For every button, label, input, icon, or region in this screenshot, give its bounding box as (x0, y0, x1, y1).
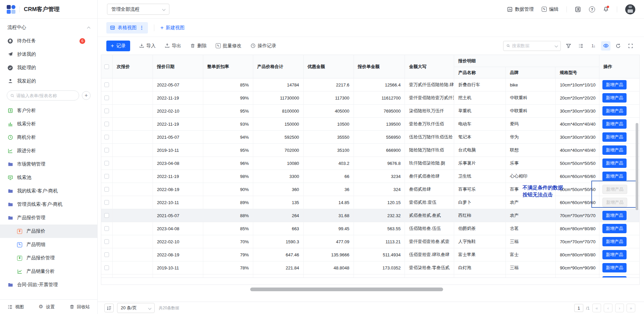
sidebar-item-2[interactable]: 商机分析 (0, 131, 97, 144)
cell-amount-caps: 壹佰贰拾.壹伍 (405, 196, 454, 209)
add-product-button[interactable]: 新增产品 (602, 224, 627, 233)
header-brand: 品牌 (506, 67, 556, 78)
batch-edit-button[interactable]: ✎ 批量修改 (216, 43, 241, 49)
add-product-button[interactable]: 新增产品 (602, 132, 627, 142)
cell-spec: 20cm*20cm*20/20 (556, 91, 599, 104)
sidebar-search-input[interactable] (16, 93, 75, 98)
row-checkbox[interactable] (104, 265, 109, 270)
notifications-button[interactable] (603, 6, 609, 12)
table-search-input[interactable] (512, 43, 553, 48)
help-button[interactable]: ? (589, 6, 595, 12)
divider (567, 6, 567, 12)
sidebar-item-12[interactable]: 产品销量分析 (0, 265, 97, 278)
row-checkbox[interactable] (104, 148, 109, 152)
first-page-button[interactable]: « (592, 304, 601, 312)
sort-button[interactable]: 1↓ (589, 41, 598, 51)
check-circle-icon (7, 65, 13, 71)
row-checkbox[interactable] (104, 161, 109, 166)
page-size-select[interactable]: 20 条/页 (117, 303, 155, 313)
flow-select[interactable]: 管理全部流程 (107, 4, 169, 15)
last-page-button[interactable]: » (627, 304, 635, 312)
select-all-checkbox[interactable] (104, 64, 109, 69)
sidebar-item-3[interactable]: 跟进分析 (0, 144, 97, 158)
row-height-button[interactable] (104, 304, 114, 312)
add-product-button[interactable]: 新增产品 (602, 106, 627, 116)
sidebar-item-9[interactable]: ¥产品报价 (0, 225, 97, 238)
sidebar-footer-0[interactable]: 视图 (7, 304, 24, 310)
row-checkbox[interactable] (104, 82, 109, 87)
filter-button[interactable] (564, 41, 573, 51)
add-product-button[interactable]: 新增产品 (602, 93, 627, 103)
add-product-button[interactable]: 新增产品 (602, 263, 627, 272)
avatar[interactable] (625, 4, 635, 14)
sidebar-item-1[interactable]: 线索分析 (0, 117, 97, 131)
row-checkbox[interactable] (104, 213, 109, 218)
section-process-center[interactable]: 流程中心 (0, 21, 97, 34)
sidebar-item-8[interactable]: 产品报价管理 (0, 211, 97, 225)
sidebar-item-0[interactable]: 客户分析 (0, 104, 97, 117)
row-checkbox[interactable] (104, 200, 109, 205)
list-settings-button[interactable] (576, 41, 586, 51)
row-checkbox[interactable] (104, 252, 109, 257)
sidebar-item-11[interactable]: ¥产品报价管理 (0, 251, 97, 265)
search-icon (10, 93, 14, 98)
sidebar-item-label: 跟进分析 (17, 148, 36, 154)
add-product-button[interactable]: 新增产品 (602, 250, 627, 259)
row-checkbox[interactable] (104, 239, 109, 244)
next-page-button[interactable]: › (615, 304, 624, 312)
row-checkbox[interactable] (104, 135, 109, 139)
sidebar-item-5[interactable]: 线索池 (0, 171, 97, 184)
view-options-icon[interactable]: ⋮ (139, 25, 144, 31)
cell-brand: 中联重科 (506, 105, 556, 117)
prev-page-button[interactable]: ‹ (604, 304, 612, 312)
sidebar-item-4[interactable]: 市场营销管理 (0, 158, 97, 171)
fullscreen-button[interactable] (626, 41, 635, 51)
data-manage-button[interactable]: 数据管理 (507, 6, 534, 12)
sidebar-item-13[interactable]: 合同-回款-开票管理 (0, 278, 97, 292)
cell-discount: 75% (203, 274, 253, 278)
sidebar-item-task-2[interactable]: 我处理的 (0, 61, 97, 74)
current-page-input[interactable]: 1 (574, 304, 583, 312)
sidebar-item-task-1[interactable]: 抄送我的 (0, 48, 97, 61)
row-checkbox[interactable] (104, 174, 109, 179)
add-product-button[interactable]: 新增产品 (602, 211, 627, 220)
add-form-button[interactable]: + (82, 91, 91, 100)
refresh-button[interactable] (613, 41, 623, 51)
sidebar-item-7[interactable]: 管理员线索-客户-商机 (0, 198, 97, 211)
add-product-button[interactable]: 新增产品 (602, 159, 627, 168)
cell-second-quote (113, 183, 153, 196)
vertical-scrollbar[interactable] (636, 123, 638, 210)
sidebar-item-6[interactable]: 我的线索-客户-商机 (0, 184, 97, 198)
delete-button[interactable]: 删除 (190, 43, 207, 49)
row-checkbox[interactable] (104, 122, 109, 126)
new-view-button[interactable]: + 新建视图 (160, 25, 184, 31)
edit-button[interactable]: ✎ 编辑 (542, 6, 558, 12)
operation-log-button[interactable]: 操作记录 (251, 43, 276, 49)
add-product-button[interactable]: 新增产品 (602, 80, 627, 89)
sidebar-item-10[interactable]: ✎产品明细 (0, 238, 97, 251)
idcard-icon (7, 108, 13, 114)
row-checkbox[interactable] (104, 109, 109, 113)
tab-table-view[interactable]: 表格视图 ⋮ (106, 22, 148, 34)
sidebar-footer-1[interactable]: ⚙设置 (38, 304, 55, 310)
add-product-button[interactable]: 新增产品 (602, 237, 627, 246)
row-checkbox[interactable] (104, 187, 109, 192)
table-search[interactable] (503, 41, 561, 51)
sidebar-footer-2[interactable]: 回收站 (69, 304, 90, 310)
add-product-button[interactable]: 新增产品 (602, 145, 627, 155)
add-product-button[interactable]: 新增产品 (602, 172, 627, 181)
export-button[interactable]: 导出 (165, 43, 181, 49)
sidebar-item-task-0[interactable]: 待办任务6 (0, 34, 97, 48)
row-checkbox-cell (101, 261, 113, 274)
add-record-button[interactable]: + 记录 (106, 41, 130, 51)
sidebar-search[interactable] (7, 90, 79, 101)
horizontal-scrollbar[interactable] (250, 288, 443, 291)
sidebar-item-task-3[interactable]: 我发起的 (0, 74, 97, 88)
cell-second-quote (113, 196, 153, 209)
import-button[interactable]: 导入 (139, 43, 156, 49)
row-checkbox[interactable] (104, 226, 109, 231)
add-product-button[interactable]: 新增产品 (602, 119, 627, 129)
contacts-button[interactable] (575, 6, 581, 12)
row-checkbox[interactable] (104, 96, 109, 100)
show-hide-fields-button[interactable] (601, 41, 610, 51)
